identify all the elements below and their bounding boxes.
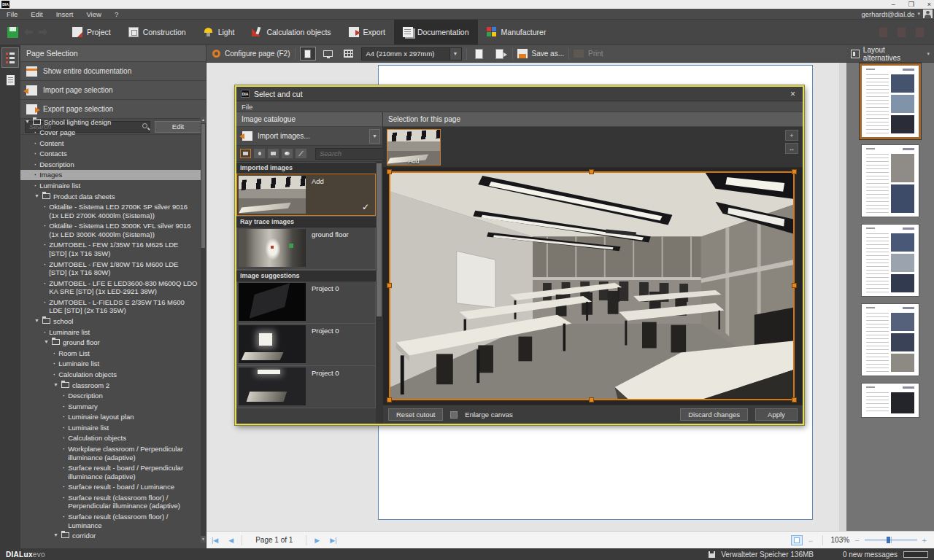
sidebar-scrollbar[interactable]: ▲ ▼ bbox=[201, 117, 206, 542]
screen-view-button[interactable] bbox=[320, 47, 336, 61]
layout-alternative-thumbnail[interactable] bbox=[862, 145, 919, 217]
close-icon[interactable]: × bbox=[787, 89, 798, 99]
layout-alternative-thumbnail[interactable] bbox=[862, 384, 919, 417]
cutout-handle[interactable] bbox=[387, 397, 392, 402]
duplicate-page-button[interactable] bbox=[492, 47, 508, 61]
zoom-slider[interactable] bbox=[865, 539, 917, 541]
account-menu[interactable]: gerhardt@dial.de ▾ bbox=[861, 10, 920, 18]
cutout-handle[interactable] bbox=[387, 283, 392, 288]
tree-page[interactable]: ·Calculation objects bbox=[20, 369, 201, 380]
tree-page[interactable]: ·Calculation objects bbox=[20, 433, 201, 444]
scroll-up-icon[interactable]: ▲ bbox=[201, 117, 206, 123]
next-page-button[interactable]: ▶ bbox=[309, 537, 325, 544]
fit-page-button[interactable] bbox=[791, 535, 803, 545]
tree-folder[interactable]: ▼Product data sheets bbox=[20, 191, 201, 202]
catalogue-item[interactable]: Project 0 bbox=[236, 281, 376, 324]
catalogue-scrollbar[interactable] bbox=[376, 162, 382, 424]
save-icon[interactable] bbox=[7, 27, 18, 38]
minimize-button[interactable]: – bbox=[892, 0, 895, 9]
catalogue-item[interactable]: ground floor bbox=[236, 228, 376, 270]
tree-page[interactable]: ·Room List bbox=[20, 348, 201, 359]
cutout-handle[interactable] bbox=[589, 169, 594, 174]
add-image-button[interactable]: + bbox=[785, 130, 798, 141]
layout-alternative-thumbnail[interactable] bbox=[862, 66, 919, 137]
image-icon[interactable] bbox=[268, 149, 279, 158]
zoom-slider-handle[interactable] bbox=[887, 537, 890, 543]
imported-images-filter-icon[interactable] bbox=[240, 149, 251, 158]
tab-construction[interactable]: Construction bbox=[120, 20, 195, 44]
cutout-handle[interactable] bbox=[589, 397, 594, 402]
tree-page[interactable]: ·Surface result (classroom floor) / Lumi… bbox=[20, 512, 201, 531]
table-view-button[interactable] bbox=[341, 47, 357, 61]
configure-page-button[interactable]: Configure page (F2) bbox=[225, 50, 290, 58]
discard-changes-button[interactable]: Discard changes bbox=[680, 408, 748, 421]
tree-page[interactable]: ·ZUMTOBEL - L-FIELDS E 2/35W T16 M600 LD… bbox=[20, 297, 201, 316]
tree-page[interactable]: ·Luminaire layout plan bbox=[20, 412, 201, 423]
tree-page[interactable]: ·Summary bbox=[20, 401, 201, 412]
tree-folder[interactable]: ▼ground floor bbox=[20, 338, 201, 349]
menu-item-file[interactable]: File bbox=[0, 10, 24, 18]
expand-arrow-icon[interactable]: ▼ bbox=[53, 382, 58, 389]
zoom-out-button[interactable]: − bbox=[854, 536, 859, 545]
catalogue-item[interactable]: Project 0 bbox=[236, 366, 376, 408]
menu-item-view[interactable]: View bbox=[80, 10, 107, 18]
tree-page[interactable]: ·Workplane classroom / Perpendicular ill… bbox=[20, 444, 201, 463]
tree-page[interactable]: ·ZUMTOBEL - FEW 1/35W T16 M625 LDE [STD]… bbox=[20, 240, 201, 259]
tree-page[interactable]: ·Content bbox=[20, 138, 201, 149]
dialog-file-menu[interactable]: File bbox=[242, 103, 252, 111]
catalogue-item[interactable]: Project 0 bbox=[236, 324, 376, 366]
tree-page[interactable]: ·Surface result - board / Perpendicular … bbox=[20, 463, 201, 482]
layout-alternative-thumbnail[interactable] bbox=[862, 225, 919, 296]
zoom-in-button[interactable]: + bbox=[922, 536, 927, 545]
tree-page[interactable]: ·ZUMTOBEL - FEW 1/80W T16 M600 LDE [STD]… bbox=[20, 259, 201, 278]
import-images-button[interactable]: Import images... bbox=[236, 131, 369, 141]
tab-light[interactable]: Light bbox=[195, 20, 244, 44]
cutout-handle[interactable] bbox=[792, 397, 797, 402]
tree-folder[interactable]: ▼School lighting design bbox=[20, 117, 201, 128]
tab-documentation[interactable]: Documentation bbox=[394, 20, 478, 44]
page-view-button[interactable] bbox=[300, 47, 316, 61]
expand-arrow-icon[interactable]: ▼ bbox=[34, 318, 39, 324]
reset-cutout-button[interactable]: Reset cutout bbox=[388, 408, 443, 421]
expand-arrow-icon[interactable]: ▼ bbox=[53, 532, 58, 539]
tree-page[interactable]: ·Luminaire list bbox=[20, 327, 201, 338]
tree-page[interactable]: ·Summary bbox=[20, 541, 201, 542]
cutout-handle[interactable] bbox=[387, 169, 392, 174]
tree-page[interactable]: ·ZUMTOBEL - LFE E LED3600-830 M600Q LDO … bbox=[20, 278, 201, 297]
fit-width-button[interactable]: ↔ bbox=[808, 537, 814, 544]
tree-page[interactable]: ·Luminaire list bbox=[20, 359, 201, 370]
tree-page[interactable]: ·Oktalite - Sistema LED 2700K SP silver … bbox=[20, 202, 201, 221]
selected-image-thumbnail[interactable]: Add bbox=[387, 129, 441, 166]
camera-icon[interactable] bbox=[254, 149, 265, 158]
expand-arrow-icon[interactable]: ▼ bbox=[25, 119, 30, 125]
document-rail-button[interactable] bbox=[1, 70, 19, 90]
page-selection-rail-button[interactable] bbox=[1, 47, 19, 68]
cutout-region[interactable] bbox=[389, 171, 795, 400]
tree-page[interactable]: ·Cover page bbox=[20, 128, 201, 139]
tab-project[interactable]: Project bbox=[63, 20, 120, 44]
tree-folder[interactable]: ▼school bbox=[20, 316, 201, 327]
maximize-button[interactable]: ❒ bbox=[908, 0, 914, 9]
import-page-selection-button[interactable]: Import page selection bbox=[20, 81, 206, 100]
tree-page[interactable]: ·Surface result - board / Luminance bbox=[20, 482, 201, 493]
tree-page[interactable]: ·Oktalite - Sistema LED 3000K VFL silver… bbox=[20, 221, 201, 240]
tab-export[interactable]: Export bbox=[340, 20, 394, 44]
cutout-handle[interactable] bbox=[792, 283, 797, 288]
messages-status[interactable]: 0 new messages bbox=[843, 551, 898, 559]
last-page-button[interactable]: ▶| bbox=[325, 537, 341, 544]
save-as-button[interactable]: Save as... bbox=[532, 50, 564, 58]
expand-arrow-icon[interactable]: ▼ bbox=[44, 339, 49, 346]
tree-page[interactable]: ·Description bbox=[20, 159, 201, 170]
close-button[interactable]: × bbox=[927, 0, 931, 9]
resize-strip-button[interactable]: ↔ bbox=[785, 143, 798, 154]
catalogue-item[interactable]: Add✓ bbox=[236, 174, 376, 216]
enlarge-canvas-checkbox[interactable] bbox=[450, 411, 458, 419]
layout-alternative-thumbnail[interactable] bbox=[862, 304, 919, 376]
menu-item-insert[interactable]: Insert bbox=[50, 10, 80, 18]
menu-item-edit[interactable]: Edit bbox=[24, 10, 49, 18]
cutout-handle[interactable] bbox=[792, 169, 797, 174]
prev-page-button[interactable]: ◀ bbox=[223, 537, 239, 544]
tab-manufacturer[interactable]: Manufacturer bbox=[478, 20, 555, 44]
document-scrollbar[interactable] bbox=[839, 63, 846, 531]
show-entire-documentation-button[interactable]: Show entire documentation bbox=[20, 62, 206, 81]
